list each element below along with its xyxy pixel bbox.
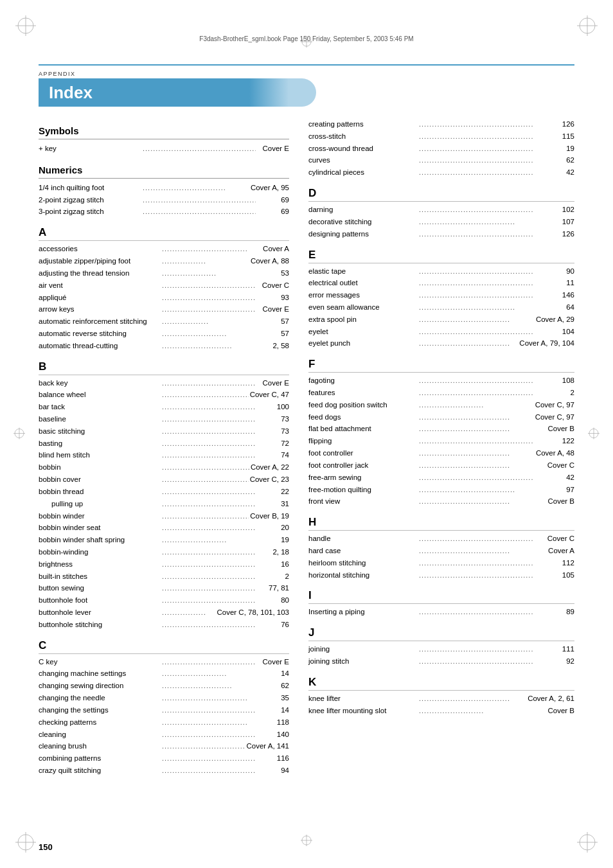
- letter-heading-e: E: [308, 249, 574, 261]
- letter-divider-h: [308, 530, 574, 531]
- entry-flat-bed: flat bed attachment ....................…: [308, 423, 574, 436]
- entry-adj-zipper-foot: adjustable zipper/piping foot ..........…: [39, 256, 289, 268]
- entry-bobbin-winding: bobbin-winding .........................…: [39, 547, 289, 559]
- crop-mark-tl: [13, 13, 39, 39]
- letter-divider-e: [308, 263, 574, 263]
- entry-change-machine: changing machine settings ..............…: [39, 668, 289, 680]
- entry-inserting-piping: Inserting a piping .....................…: [308, 607, 574, 619]
- entry-bobbin-winder-shaft: bobbin winder shaft spring .............…: [39, 535, 289, 547]
- entry-joining-stitch: joining stitch .........................…: [308, 656, 574, 668]
- entry-c-key: C key ..................................…: [39, 657, 289, 669]
- entry-baseline: baseline ...............................…: [39, 414, 289, 426]
- entry-basting: basting ................................…: [39, 438, 289, 450]
- entry-2point-zigzag: 2-point zigzag stitch ..................…: [39, 195, 289, 207]
- entry-buttonhole-foot: buttonhole foot ........................…: [39, 595, 289, 607]
- entry-decorative-stitch: decorative stitching ...................…: [308, 217, 574, 229]
- entry-checking-patterns: checking patterns ......................…: [39, 717, 289, 729]
- entry-foot-controller: foot controller ........................…: [308, 448, 574, 460]
- entry-bobbin: bobbin .................................…: [39, 462, 289, 474]
- section-symbols: Symbols + key ..........................…: [39, 125, 289, 155]
- entry-even-seam: even seam allowance ....................…: [308, 302, 574, 314]
- index-title: Index: [49, 83, 93, 103]
- left-column: Symbols + key ..........................…: [39, 119, 289, 777]
- letter-divider-i: [308, 603, 574, 604]
- entry-buttonhole-lever: buttonhole lever ................. Cover…: [39, 607, 289, 619]
- entry-foot-controller-jack: foot controller jack ...................…: [308, 460, 574, 472]
- entry-curves: curves .................................…: [308, 155, 574, 167]
- entry-cross-stitch: cross-stitch ...........................…: [308, 131, 574, 143]
- section-b: B back key .............................…: [39, 360, 289, 632]
- entry-blind-hem: blind hem stitch .......................…: [39, 450, 289, 462]
- section-c-continued: creating patterns ......................…: [308, 119, 574, 179]
- entry-elastic-tape: elastic tape ...........................…: [308, 266, 574, 278]
- entry-creating-patterns: creating patterns ......................…: [308, 119, 574, 131]
- entry-applique: appliqué ...............................…: [39, 292, 289, 305]
- entry-horizontal-stitching: horizontal stitching ...................…: [308, 570, 574, 582]
- crop-mark-bl: [13, 829, 39, 855]
- entry-bobbin-winder: bobbin winder ..........................…: [39, 511, 289, 523]
- section-h: H handle ...............................…: [308, 516, 574, 581]
- entry-cylindrical-pieces: cylindrical pieces .....................…: [308, 167, 574, 179]
- entry-bobbin-winder-seat: bobbin winder seat .....................…: [39, 522, 289, 535]
- entry-front-view: front view .............................…: [308, 496, 574, 508]
- center-crosshair-top: [300, 35, 313, 50]
- entry-auto-reverse: automatic reverse stitching ............…: [39, 328, 289, 341]
- entry-designing-patterns: designing patterns .....................…: [308, 229, 574, 241]
- entry-pulling-up: pulling up .............................…: [39, 499, 289, 511]
- entry-free-arm-sewing: free-arm sewing ........................…: [308, 472, 574, 484]
- entry-joining: joining ................................…: [308, 644, 574, 656]
- index-banner: Index: [39, 78, 302, 107]
- section-heading-symbols: Symbols: [39, 125, 289, 136]
- section-divider-numerics: [39, 178, 289, 179]
- entry-change-settings: changing the settings ..................…: [39, 705, 289, 717]
- entry-balance-wheel: balance wheel ..........................…: [39, 389, 289, 402]
- center-crosshair-bottom: [300, 834, 313, 849]
- entry-basic-stitching: basic stitching ........................…: [39, 426, 289, 438]
- entry-feed-dog-switch: feed dog position switch ...............…: [308, 400, 574, 412]
- entry-handle: handle .................................…: [308, 533, 574, 545]
- entry-feed-dogs: feed dogs ..............................…: [308, 412, 574, 424]
- entry-cleaning-brush: cleaning brush .........................…: [39, 741, 289, 753]
- entry-air-vent: air vent ...............................…: [39, 280, 289, 292]
- entry-quarter-inch-foot: 1/4 inch quilting foot .................…: [39, 182, 289, 195]
- letter-heading-a: A: [39, 226, 289, 239]
- page-number: 150: [39, 842, 53, 852]
- entry-bobbin-thread: bobbin thread ..........................…: [39, 486, 289, 499]
- entry-accessories: accessories ............................…: [39, 244, 289, 256]
- entry-buttonhole-stitch: buttonhole stitching ...................…: [39, 619, 289, 632]
- section-f: F fagoting .............................…: [308, 358, 574, 508]
- entry-darning: darning ................................…: [308, 204, 574, 217]
- section-e: E elastic tape .........................…: [308, 249, 574, 351]
- crop-mark-br: [574, 829, 600, 855]
- section-i: I Inserting a piping ...................…: [308, 589, 574, 619]
- letter-divider-j: [308, 641, 574, 641]
- letter-divider-c: [39, 653, 289, 654]
- entry-electrical-outlet: electrical outlet ......................…: [308, 278, 574, 290]
- entry-combining-patterns: combining patterns .....................…: [39, 753, 289, 765]
- entry-arrow-keys: arrow keys .............................…: [39, 304, 289, 316]
- entry-bar-tack: bar tack ...............................…: [39, 402, 289, 414]
- letter-divider-d: [308, 201, 574, 202]
- side-crosshair-left: [13, 427, 26, 441]
- right-column: creating patterns ......................…: [308, 119, 574, 777]
- letter-heading-b: B: [39, 360, 289, 373]
- entry-back-key: back key ...............................…: [39, 378, 289, 390]
- entry-change-sewing-dir: changing sewing direction ..............…: [39, 680, 289, 693]
- letter-heading-d: D: [308, 187, 574, 200]
- letter-divider-f: [308, 372, 574, 373]
- entry-builtin-stitches: built-in stitches ......................…: [39, 571, 289, 583]
- entry-crazy-quilt: crazy quilt stitching ..................…: [39, 765, 289, 777]
- entry-change-needle: changing the needle ....................…: [39, 693, 289, 705]
- entry-fagoting: fagoting ...............................…: [308, 375, 574, 387]
- entry-extra-spool-pin: extra spool pin ........................…: [308, 314, 574, 326]
- entry-flipping: flipping ...............................…: [308, 436, 574, 448]
- letter-heading-i: I: [308, 589, 574, 602]
- letter-heading-j: J: [308, 626, 574, 639]
- section-numerics: Numerics 1/4 inch quilting foot ........…: [39, 164, 289, 218]
- entry-bobbin-cover: bobbin cover ...........................…: [39, 474, 289, 486]
- main-content: Symbols + key ..........................…: [39, 119, 574, 829]
- entry-hard-case: hard case ..............................…: [308, 545, 574, 558]
- entry-free-motion-quilting: free-motion quilting ...................…: [308, 484, 574, 497]
- side-crosshair-right: [587, 427, 600, 441]
- section-d: D darning ..............................…: [308, 187, 574, 240]
